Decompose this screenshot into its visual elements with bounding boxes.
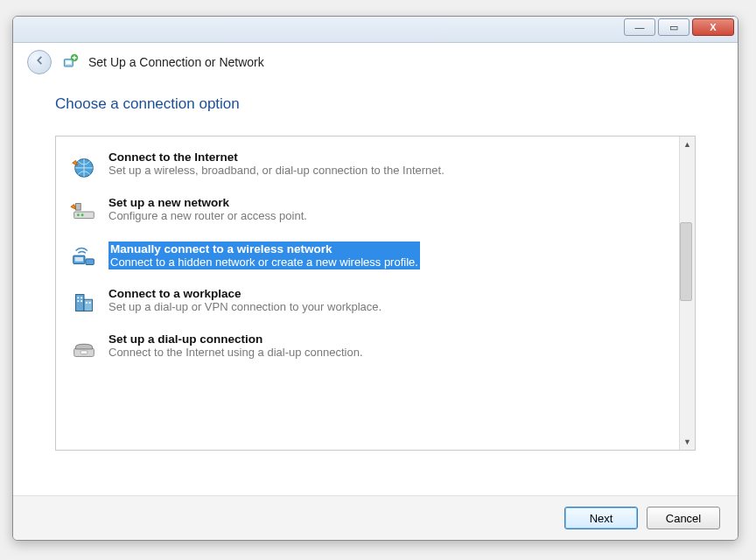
- svg-rect-13: [77, 297, 79, 298]
- svg-rect-15: [77, 300, 79, 302]
- svg-rect-1: [66, 60, 72, 64]
- svg-rect-14: [80, 297, 82, 298]
- option-desc: Connect to a hidden network or create a …: [110, 256, 418, 269]
- phone-icon: [68, 332, 100, 364]
- maximize-button[interactable]: ▭: [658, 18, 690, 36]
- page-heading: Choose a connection option: [55, 95, 696, 113]
- option-manual-wireless[interactable]: Manually connect to a wireless network C…: [61, 236, 674, 278]
- svg-rect-11: [76, 295, 84, 312]
- scroll-down-icon[interactable]: ▼: [680, 434, 695, 450]
- wizard-title: Set Up a Connection or Network: [88, 55, 264, 69]
- option-title: Connect to a workplace: [108, 287, 382, 300]
- back-button[interactable]: [27, 50, 52, 74]
- options-scroll-area: Connect to the Internet Set up a wireles…: [56, 136, 679, 450]
- option-desc: Connect to the Internet using a dial-up …: [108, 346, 363, 359]
- option-title: Set up a dial-up connection: [108, 332, 363, 346]
- option-title: Manually connect to a wireless network: [110, 242, 418, 256]
- option-dialup[interactable]: Set up a dial-up connection Connect to t…: [61, 327, 674, 369]
- svg-rect-16: [80, 300, 82, 302]
- option-desc: Set up a wireless, broadband, or dial-up…: [108, 164, 444, 177]
- minimize-button[interactable]: —: [624, 18, 655, 36]
- scroll-thumb[interactable]: [680, 222, 692, 301]
- svg-rect-17: [86, 302, 88, 304]
- footer: Next Cancel: [13, 495, 738, 540]
- wizard-window: — ▭ X Set Up a Connection or Network Cho…: [12, 16, 738, 541]
- network-plus-icon: [60, 52, 80, 72]
- option-new-network[interactable]: Set up a new network Configure a new rou…: [61, 191, 674, 233]
- back-arrow-icon: [33, 54, 46, 70]
- building-icon: [68, 287, 100, 318]
- svg-rect-12: [84, 299, 92, 311]
- svg-rect-18: [89, 302, 91, 304]
- svg-rect-7: [76, 204, 81, 211]
- next-button[interactable]: Next: [564, 507, 638, 529]
- window-controls: — ▭ X: [624, 18, 734, 36]
- scrollbar[interactable]: ▲ ▼: [679, 136, 695, 450]
- scroll-track[interactable]: [680, 152, 695, 434]
- svg-rect-20: [80, 351, 88, 354]
- globe-icon: [68, 150, 100, 182]
- wizard-body: Choose a connection option Connect to th…: [13, 80, 738, 495]
- option-workplace[interactable]: Connect to a workplace Set up a dial-up …: [61, 282, 674, 324]
- router-icon: [68, 196, 100, 228]
- wireless-icon: [68, 242, 100, 273]
- titlebar: — ▭ X: [13, 17, 738, 43]
- header-row: Set Up a Connection or Network: [13, 43, 738, 80]
- option-title: Set up a new network: [108, 196, 307, 209]
- close-button[interactable]: X: [692, 18, 734, 36]
- svg-rect-10: [86, 259, 94, 265]
- option-desc: Configure a new router or access point.: [108, 209, 307, 222]
- option-connect-internet[interactable]: Connect to the Internet Set up a wireles…: [61, 145, 674, 187]
- option-title: Connect to the Internet: [108, 150, 444, 164]
- scroll-up-icon[interactable]: ▲: [680, 136, 695, 152]
- svg-point-6: [81, 214, 84, 216]
- options-listbox: Connect to the Internet Set up a wireles…: [55, 136, 696, 451]
- svg-rect-9: [75, 257, 83, 262]
- option-desc: Set up a dial-up or VPN connection to yo…: [108, 300, 382, 313]
- cancel-button[interactable]: Cancel: [647, 507, 720, 529]
- svg-point-5: [77, 214, 80, 216]
